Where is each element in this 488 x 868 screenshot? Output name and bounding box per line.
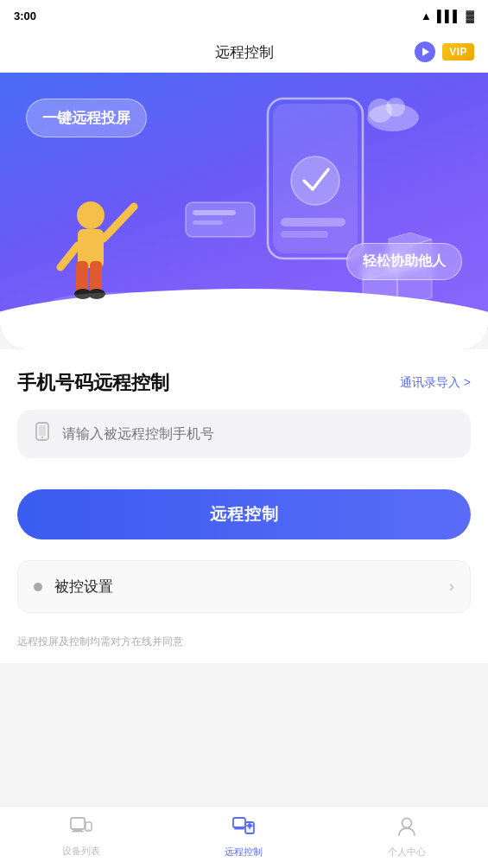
remote-btn-wrap: 远程控制 xyxy=(0,475,488,560)
svg-point-26 xyxy=(48,292,203,316)
svg-point-29 xyxy=(41,437,43,438)
profile-icon xyxy=(397,816,416,842)
status-dot xyxy=(34,583,42,591)
devices-icon xyxy=(70,817,92,841)
svg-rect-7 xyxy=(193,210,236,215)
bottom-spacer xyxy=(0,663,488,732)
phone-icon xyxy=(33,422,52,446)
play-icon xyxy=(422,48,429,56)
page-title: 远程控制 xyxy=(215,42,274,62)
section-title: 手机号码远程控制 xyxy=(17,370,169,396)
chevron-right-icon: › xyxy=(449,578,454,596)
svg-point-34 xyxy=(88,829,90,831)
phone-input-container xyxy=(17,410,471,458)
svg-line-24 xyxy=(104,207,134,239)
section-header: 手机号码远程控制 通讯录导入 > xyxy=(0,349,488,410)
svg-rect-35 xyxy=(233,818,245,827)
controlled-settings-label: 被控设置 xyxy=(54,577,449,597)
vip-badge[interactable]: VIP xyxy=(442,43,474,61)
svg-point-18 xyxy=(77,201,105,229)
wifi-icon: ▲ xyxy=(421,10,432,22)
nav-item-remote[interactable]: 远程控制 xyxy=(162,807,325,868)
svg-rect-4 xyxy=(281,218,345,227)
import-contacts-link[interactable]: 通讯录导入 > xyxy=(400,375,471,391)
nav-remote-label: 远程控制 xyxy=(225,846,263,858)
svg-point-44 xyxy=(402,819,411,828)
remote-control-button[interactable]: 远程控制 xyxy=(17,489,471,539)
svg-rect-5 xyxy=(281,231,328,238)
svg-rect-30 xyxy=(71,818,85,829)
play-button[interactable] xyxy=(415,41,435,62)
nav-item-devices[interactable]: 设备列表 xyxy=(0,807,162,868)
svg-point-11 xyxy=(386,98,405,117)
nav-devices-label: 设备列表 xyxy=(62,845,100,858)
status-time: 3:00 xyxy=(14,10,36,22)
nav-item-profile[interactable]: 个人中心 xyxy=(326,807,488,868)
svg-line-25 xyxy=(60,246,78,267)
top-nav: 远程控制 VIP xyxy=(0,31,488,73)
main-content: 手机号码远程控制 通讯录导入 > 远程控制 被控设置 › 远程投屏及控制均需对方… xyxy=(0,349,488,663)
svg-rect-37 xyxy=(234,828,244,830)
battery-icon: ▓ xyxy=(466,10,474,22)
svg-rect-28 xyxy=(39,425,46,436)
status-bar: 3:00 ▲ ▌▌▌ ▓ xyxy=(0,0,488,31)
svg-rect-36 xyxy=(236,827,243,828)
svg-rect-8 xyxy=(193,220,223,225)
signal-icon: ▌▌▌ xyxy=(437,10,461,22)
controlled-settings-item[interactable]: 被控设置 › xyxy=(17,560,471,613)
phone-number-input[interactable] xyxy=(62,426,455,442)
nav-profile-label: 个人中心 xyxy=(388,846,426,858)
hero-banner: 一键远程投屏 轻松协助他人 xyxy=(0,73,488,349)
svg-rect-6 xyxy=(186,202,255,237)
remote-icon xyxy=(231,816,256,842)
svg-rect-32 xyxy=(72,831,84,833)
status-icons: ▲ ▌▌▌ ▓ xyxy=(421,10,474,22)
bottom-nav: 设备列表 远程控制 个人中心 xyxy=(0,806,488,868)
svg-point-3 xyxy=(291,156,339,205)
hero-right-label: 轻松协助他人 xyxy=(346,243,462,280)
svg-rect-31 xyxy=(73,829,82,831)
disclaimer-text: 远程投屏及控制均需对方在线并同意 xyxy=(0,627,488,663)
nav-right-actions: VIP xyxy=(415,41,474,62)
hero-left-label: 一键远程投屏 xyxy=(26,99,147,137)
